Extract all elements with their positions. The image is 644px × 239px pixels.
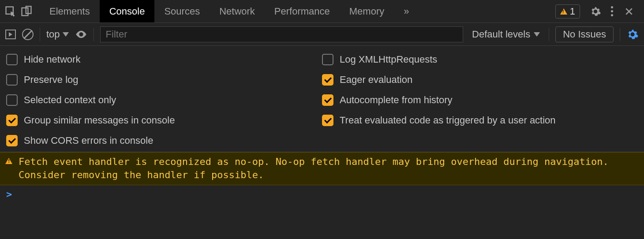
checkbox-label: Selected context only: [24, 94, 116, 106]
setting-selected-context[interactable]: Selected context only: [6, 94, 322, 106]
warning-message-text: Fetch event handler is recognized as no-…: [19, 155, 639, 181]
separator: [620, 28, 620, 41]
more-menu-icon[interactable]: [611, 6, 613, 16]
console-settings-gear-icon[interactable]: [626, 28, 639, 41]
setting-eager-eval[interactable]: Eager evaluation: [322, 74, 638, 86]
context-label: top: [46, 29, 60, 40]
console-warning-entry[interactable]: Fetch event handler is recognized as no-…: [0, 152, 644, 185]
checkbox-label: Hide network: [24, 54, 80, 65]
checkbox[interactable]: [6, 74, 18, 86]
checkbox-label: Log XMLHttpRequests: [340, 54, 437, 65]
checkbox[interactable]: [6, 135, 18, 146]
warning-triangle-icon: [5, 158, 12, 164]
console-toolbar: top Default levels No Issues: [0, 23, 644, 46]
svg-point-5: [80, 33, 82, 35]
warnings-badge[interactable]: 1: [555, 4, 580, 19]
settings-gear-icon[interactable]: [590, 6, 601, 17]
checkbox[interactable]: [6, 115, 18, 126]
close-icon[interactable]: [623, 5, 635, 18]
top-bar-right: 1: [555, 4, 640, 19]
checkbox[interactable]: [6, 94, 18, 106]
settings-column-left: Hide network Preserve log Selected conte…: [6, 49, 322, 146]
tab-memory[interactable]: Memory: [340, 0, 394, 22]
separator: [549, 28, 549, 41]
checkbox[interactable]: [322, 74, 333, 86]
checkbox-label: Autocomplete from history: [340, 94, 453, 106]
tab-network[interactable]: Network: [210, 0, 265, 22]
chevron-down-icon: [534, 32, 540, 37]
separator: [40, 28, 40, 41]
setting-group-similar[interactable]: Group similar messages in console: [6, 115, 322, 126]
svg-rect-1: [22, 7, 28, 15]
console-input-row[interactable]: >: [0, 185, 644, 204]
issues-button[interactable]: No Issues: [555, 26, 614, 42]
devtools-top-bar: Elements Console Sources Network Perform…: [0, 0, 644, 23]
setting-preserve-log[interactable]: Preserve log: [6, 74, 322, 86]
checkbox[interactable]: [6, 54, 18, 65]
checkbox[interactable]: [322, 115, 333, 126]
checkbox-label: Treat evaluated code as triggered by a u…: [340, 115, 556, 126]
settings-column-right: Log XMLHttpRequests Eager evaluation Aut…: [322, 49, 638, 146]
prompt-chevron-icon: >: [6, 189, 12, 200]
checkbox-label: Preserve log: [24, 74, 79, 86]
levels-label: Default levels: [472, 29, 530, 40]
warnings-count: 1: [570, 6, 575, 17]
checkbox-label: Eager evaluation: [340, 74, 412, 86]
checkbox-label: Group similar messages in console: [24, 115, 175, 126]
setting-treat-user[interactable]: Treat evaluated code as triggered by a u…: [322, 115, 638, 126]
tab-performance[interactable]: Performance: [265, 0, 340, 22]
tab-console[interactable]: Console: [100, 0, 155, 22]
inspect-element-icon[interactable]: [4, 5, 17, 18]
setting-hide-network[interactable]: Hide network: [6, 54, 322, 65]
checkbox-label: Show CORS errors in console: [24, 135, 153, 146]
log-levels-selector[interactable]: Default levels: [469, 29, 543, 40]
context-selector[interactable]: top: [46, 29, 69, 40]
tabs-overflow-button[interactable]: »: [394, 0, 419, 22]
chevron-down-icon: [63, 32, 69, 37]
warning-triangle-icon: [560, 8, 567, 15]
filter-input[interactable]: [100, 26, 464, 42]
setting-autocomplete-history[interactable]: Autocomplete from history: [322, 94, 638, 106]
tab-sources[interactable]: Sources: [154, 0, 210, 22]
separator: [94, 28, 94, 41]
console-settings-panel: Hide network Preserve log Selected conte…: [0, 46, 644, 152]
checkbox[interactable]: [322, 94, 333, 106]
setting-show-cors[interactable]: Show CORS errors in console: [6, 135, 322, 146]
panel-tabs: Elements Console Sources Network Perform…: [40, 0, 419, 22]
live-expression-icon[interactable]: [75, 28, 87, 41]
tab-elements[interactable]: Elements: [40, 0, 100, 22]
top-left-tools: [4, 5, 40, 18]
device-toggle-icon[interactable]: [20, 5, 33, 18]
checkbox[interactable]: [322, 54, 333, 65]
toggle-sidebar-icon[interactable]: [5, 30, 16, 39]
clear-console-icon[interactable]: [22, 29, 34, 40]
setting-log-xhr[interactable]: Log XMLHttpRequests: [322, 54, 638, 65]
